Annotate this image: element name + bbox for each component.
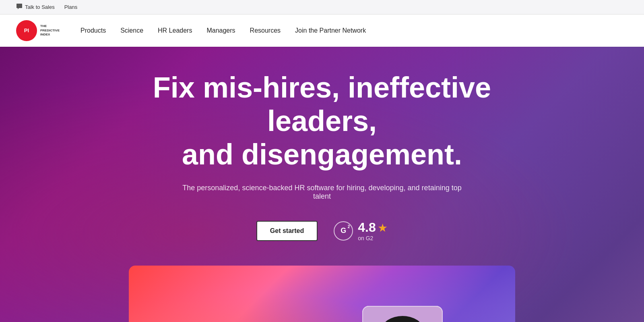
talk-to-sales-label: Talk to Sales <box>25 4 55 10</box>
navbar: PI THE PREDICTIVE INDEX Products Science… <box>0 15 644 47</box>
nav-item-science[interactable]: Science <box>120 27 143 34</box>
logo-text: THE PREDICTIVE INDEX <box>40 24 60 37</box>
g2-star: ★ <box>378 222 388 234</box>
hero-actions: Get started G 2 4.8 ★ on G2 <box>256 220 388 241</box>
person-card-1 <box>362 306 443 322</box>
g2-letter: G <box>341 226 346 235</box>
nav-item-hr-leaders[interactable]: HR Leaders <box>158 27 192 34</box>
g2-score: 4.8 ★ on G2 <box>358 220 388 241</box>
nav-item-products[interactable]: Products <box>80 27 106 34</box>
plans-link[interactable]: Plans <box>64 4 78 10</box>
logo-name-3: INDEX <box>40 33 60 37</box>
nav-items: Products Science HR Leaders Managers Res… <box>80 27 628 34</box>
nav-item-resources[interactable]: Resources <box>250 27 281 34</box>
video-container: Better wo <box>129 266 515 322</box>
nav-item-partner-network[interactable]: Join the Partner Network <box>295 27 366 34</box>
hero-headline-line1: Fix mis-hires, ineffective leaders, <box>153 71 491 137</box>
logo[interactable]: PI THE PREDICTIVE INDEX <box>16 20 64 41</box>
hero-subtext: The personalized, science-backed HR soft… <box>181 184 463 201</box>
logo-circle: PI <box>16 20 37 41</box>
person-1-illustration <box>362 306 443 322</box>
logo-initials: PI <box>24 27 29 34</box>
plans-label: Plans <box>64 4 78 10</box>
hero-section: Fix mis-hires, ineffective leaders, and … <box>0 47 644 322</box>
talk-to-sales-link[interactable]: Talk to Sales <box>16 3 55 11</box>
g2-logo: G 2 <box>334 221 353 241</box>
video-background: Better wo <box>129 266 515 322</box>
hero-headline-line2: and disengagement. <box>182 138 462 170</box>
g2-rating: G 2 4.8 ★ on G2 <box>334 220 388 241</box>
g2-superscript: 2 <box>348 224 350 229</box>
nav-item-managers[interactable]: Managers <box>206 27 235 34</box>
logo-name-2: PREDICTIVE <box>40 29 60 33</box>
chat-icon <box>16 3 23 11</box>
g2-label: on G2 <box>358 235 388 241</box>
people-overlay <box>338 290 491 322</box>
get-started-button[interactable]: Get started <box>256 221 318 241</box>
hero-headline: Fix mis-hires, ineffective leaders, and … <box>101 71 543 171</box>
top-bar: Talk to Sales Plans <box>0 0 644 15</box>
logo-name-1: THE <box>40 24 60 28</box>
g2-number: 4.8 <box>358 220 376 235</box>
